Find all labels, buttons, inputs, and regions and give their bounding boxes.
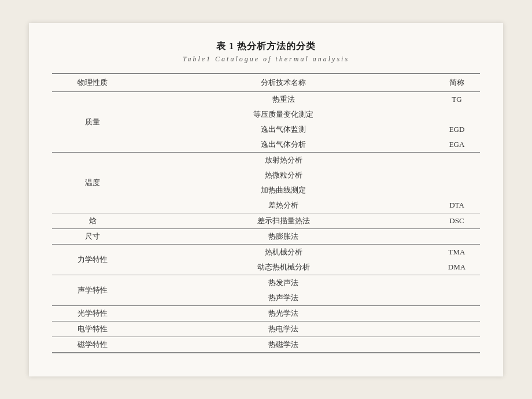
method-name-cell: 热发声法	[133, 275, 434, 290]
abbr-cell	[434, 228, 480, 244]
property-cell: 光学特性	[52, 305, 133, 321]
method-name-cell: 热微粒分析	[133, 168, 434, 183]
property-cell: 质量	[52, 91, 133, 152]
property-cell: 尺寸	[52, 228, 133, 244]
table-row: 声学特性热发声法	[52, 275, 480, 290]
table-row: 电学特性热电学法	[52, 321, 480, 337]
abbr-cell	[434, 183, 480, 198]
abbr-cell: DSC	[434, 213, 480, 228]
method-name-cell: 逸出气体分析	[133, 137, 434, 153]
table-row: 质量热重法TG	[52, 91, 480, 107]
method-name-cell: 热磁学法	[133, 337, 434, 353]
table-row: 力学特性热机械分析TMA	[52, 244, 480, 260]
method-name-cell: 热机械分析	[133, 244, 434, 260]
header-abbr: 简称	[434, 73, 480, 92]
method-name-cell: 热光学法	[133, 305, 434, 321]
table-row: 磁学特性热磁学法	[52, 337, 480, 353]
table-row: 尺寸热膨胀法	[52, 228, 480, 244]
method-name-cell: 放射热分析	[133, 152, 434, 168]
table-row: 温度放射热分析	[52, 152, 480, 168]
property-cell: 电学特性	[52, 321, 133, 337]
abbr-cell	[434, 305, 480, 321]
property-cell: 磁学特性	[52, 337, 133, 353]
table-row: 光学特性热光学法	[52, 305, 480, 321]
method-name-cell: 热重法	[133, 91, 434, 107]
main-table: 物理性质 分析技术名称 简称 质量热重法TG等压质量变化测定逸出气体监测EGD逸…	[52, 73, 480, 353]
abbr-cell	[434, 290, 480, 306]
abbr-cell: EGD	[434, 122, 480, 137]
method-name-cell: 热声学法	[133, 290, 434, 306]
abbr-cell	[434, 107, 480, 122]
abbr-cell: TMA	[434, 244, 480, 260]
header-property: 物理性质	[52, 73, 133, 92]
property-cell: 声学特性	[52, 275, 133, 305]
title-zh: 表 1 热分析方法的分类	[52, 40, 480, 53]
method-name-cell: 动态热机械分析	[133, 260, 434, 275]
method-name-cell: 加热曲线测定	[133, 183, 434, 198]
table-row: 焓差示扫描量热法DSC	[52, 213, 480, 228]
page: 表 1 热分析方法的分类 Table1 Catalogue of thermal…	[29, 23, 503, 376]
property-cell: 焓	[52, 213, 133, 228]
method-name-cell: 热膨胀法	[133, 228, 434, 244]
method-name-cell: 等压质量变化测定	[133, 107, 434, 122]
method-name-cell: 热电学法	[133, 321, 434, 337]
title-en: Table1 Catalogue of thermal analysis	[52, 55, 480, 64]
abbr-cell	[434, 337, 480, 353]
abbr-cell	[434, 275, 480, 290]
abbr-cell	[434, 168, 480, 183]
property-cell: 温度	[52, 152, 133, 213]
method-name-cell: 差热分析	[133, 198, 434, 213]
property-cell: 力学特性	[52, 244, 133, 275]
abbr-cell: DMA	[434, 260, 480, 275]
abbr-cell	[434, 152, 480, 168]
abbr-cell: EGA	[434, 137, 480, 153]
abbr-cell	[434, 321, 480, 337]
abbr-cell: DTA	[434, 198, 480, 213]
method-name-cell: 差示扫描量热法	[133, 213, 434, 228]
method-name-cell: 逸出气体监测	[133, 122, 434, 137]
header-row: 物理性质 分析技术名称 简称	[52, 73, 480, 92]
header-name: 分析技术名称	[133, 73, 434, 92]
abbr-cell: TG	[434, 91, 480, 107]
